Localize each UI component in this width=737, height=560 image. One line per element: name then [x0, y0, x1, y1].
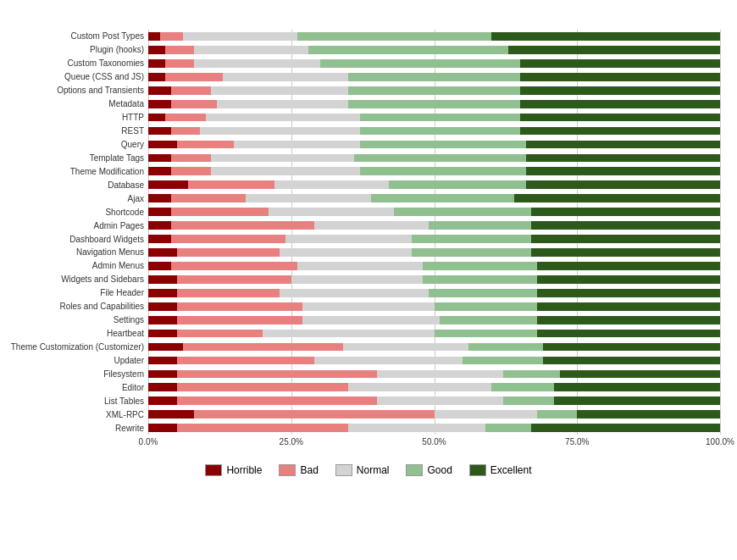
bar-segment-e — [520, 127, 720, 136]
bar-segment-n — [302, 316, 440, 324]
bar-segment-e — [531, 235, 720, 243]
bar-row — [148, 341, 720, 354]
y-label: Custom Post Types — [17, 30, 148, 43]
bar-segment-e — [560, 370, 720, 379]
bar-segment-g — [435, 330, 538, 338]
bar-segment-e — [520, 86, 720, 95]
legend-color — [205, 464, 222, 476]
bar-segment-n — [183, 32, 297, 41]
bar-segment-e — [537, 289, 720, 297]
bar-segment-g — [348, 86, 520, 95]
bar-segment-b — [165, 59, 194, 68]
bar-segment-g — [440, 316, 537, 324]
bar-segment-h — [148, 194, 171, 202]
bar-row — [148, 367, 720, 380]
bar-segment-g — [360, 114, 520, 122]
bar-row — [148, 205, 720, 219]
y-label: File Header — [17, 286, 148, 300]
bar-segment-n — [377, 370, 503, 379]
bar-segment-e — [537, 275, 720, 284]
bar-segment-e — [531, 221, 720, 230]
bar-segment-h — [148, 73, 165, 81]
bar-segment-e — [526, 154, 721, 163]
bar-row — [148, 219, 720, 232]
x-axis: 0.0%25.0%50.0%75.0%100.0% — [148, 437, 720, 454]
bar-segment-e — [520, 100, 720, 108]
bar-segment-e — [526, 141, 721, 149]
bar-segment-b — [171, 208, 269, 216]
bar-row — [148, 57, 720, 70]
bar-segment-h — [148, 100, 171, 108]
bar-row — [148, 151, 720, 164]
bar-segment-h — [148, 410, 194, 419]
bar-segment-b — [171, 221, 314, 230]
bar-segment-h — [148, 86, 171, 95]
bar-segment-b — [177, 141, 235, 149]
bar-segment-b — [171, 86, 211, 95]
y-label: Query — [17, 138, 148, 152]
bar-segment-g — [423, 275, 537, 284]
bar-segment-h — [148, 302, 177, 311]
bar-segment-b — [177, 316, 303, 324]
bar-segment-g — [348, 73, 520, 81]
bar-segment-e — [537, 330, 720, 338]
y-label: Rewrite — [17, 421, 148, 435]
bar-segment-e — [520, 114, 720, 122]
bar-row — [148, 273, 720, 286]
bar-segment-n — [280, 248, 411, 257]
bar-segment-e — [514, 194, 720, 202]
bar-segment-e — [543, 343, 720, 352]
legend-color — [279, 464, 296, 476]
bar-row — [148, 246, 720, 259]
bar-segment-g — [348, 100, 520, 108]
bar-segment-n — [211, 167, 360, 175]
bar-segment-g — [485, 424, 531, 432]
bar-segment-h — [148, 262, 171, 270]
bar-row — [148, 111, 720, 125]
bar-segment-g — [429, 221, 532, 230]
bar-segment-b — [171, 235, 285, 243]
bar-segment-g — [360, 167, 526, 175]
bar-segment-h — [148, 141, 177, 149]
y-label: List Tables — [17, 394, 148, 408]
bar-segment-b — [165, 46, 194, 54]
bars-area — [148, 30, 720, 435]
bar-segment-g — [503, 370, 561, 379]
chart-area: Custom Post TypesPlugin (hooks)Custom Ta… — [17, 30, 720, 454]
y-label: Metadata — [17, 97, 148, 111]
bar-segment-n — [297, 262, 424, 270]
bar-segment-n — [211, 86, 348, 95]
bar-segment-e — [554, 383, 720, 391]
bar-row — [148, 138, 720, 152]
y-label: Roles and Capabilities — [17, 300, 148, 313]
bar-segment-e — [554, 396, 720, 405]
bar-segment-g — [412, 248, 532, 257]
bar-segment-n — [223, 73, 349, 81]
bar-segment-b — [177, 302, 303, 311]
bar-segment-b — [177, 383, 349, 391]
bar-segment-g — [360, 141, 526, 149]
bar-segment-b — [177, 275, 291, 284]
bar-segment-g — [423, 262, 537, 270]
bar-row — [148, 232, 720, 246]
legend: HorribleBadNormalGoodExcellent — [17, 464, 720, 476]
bar-row — [148, 125, 720, 138]
y-label: Widgets and Sidebars — [17, 273, 148, 286]
bar-segment-b — [160, 32, 183, 41]
bar-row — [148, 300, 720, 313]
bar-segment-g — [537, 410, 577, 419]
y-label: HTTP — [17, 111, 148, 125]
bar-row — [148, 327, 720, 341]
bar-segment-n — [435, 410, 538, 419]
bar-segment-b — [171, 154, 211, 163]
y-label: Custom Taxonomies — [17, 57, 148, 70]
legend-color — [406, 464, 423, 476]
y-label: XML-RPC — [17, 408, 148, 421]
bar-segment-b — [177, 396, 377, 405]
bar-segment-h — [148, 424, 177, 432]
bar-segment-e — [531, 248, 720, 257]
bar-segment-n — [211, 154, 354, 163]
bar-segment-h — [148, 289, 177, 297]
legend-item: Excellent — [469, 464, 532, 476]
bar-segment-e — [531, 208, 720, 216]
